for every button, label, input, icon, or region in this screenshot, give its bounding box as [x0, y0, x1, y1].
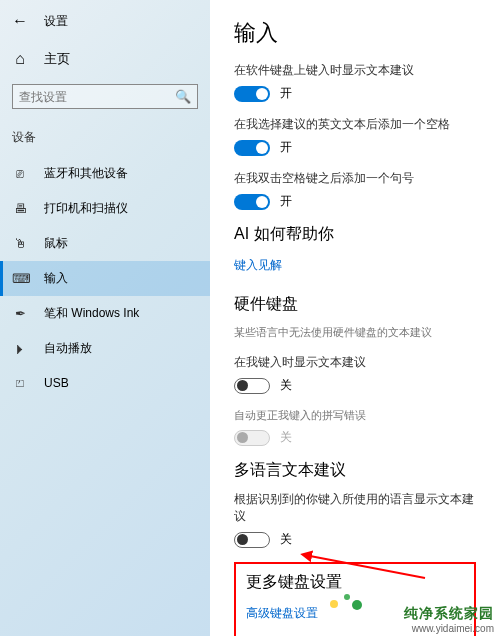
- toggle-period-doublespace[interactable]: [234, 194, 270, 210]
- section-more-keyboard: 更多键盘设置: [246, 572, 464, 593]
- toggle-hw-suggestions[interactable]: [234, 378, 270, 394]
- watermark-url: www.yidaimei.com: [404, 623, 494, 634]
- sidebar-item-label: 蓝牙和其他设备: [44, 165, 128, 182]
- sidebar-item-label: 鼠标: [44, 235, 68, 252]
- link-typing-insights[interactable]: 键入见解: [234, 257, 282, 274]
- sidebar-item-typing[interactable]: ⌨ 输入: [0, 261, 210, 296]
- sidebar-item-autoplay[interactable]: ⏵ 自动播放: [0, 331, 210, 366]
- setting-ml: 根据识别到的你键入所使用的语言显示文本建议 关: [234, 491, 476, 548]
- sidebar-item-pen[interactable]: ✒ 笔和 Windows Ink: [0, 296, 210, 331]
- toggle-state-label: 关: [280, 377, 292, 394]
- setting-space-after: 在我选择建议的英文文本后添加一个空格 开: [234, 116, 476, 156]
- printer-icon: 🖶: [12, 201, 28, 216]
- decorative-dots: [330, 592, 370, 612]
- toggle-state-label: 关: [280, 429, 292, 446]
- section-ai: AI 如何帮助你: [234, 224, 476, 245]
- bluetooth-icon: ⎚: [12, 166, 28, 181]
- link-advanced-keyboard[interactable]: 高级键盘设置: [246, 605, 318, 622]
- sidebar-item-label: 笔和 Windows Ink: [44, 305, 139, 322]
- setting-label: 自动更正我键入的拼写错误: [234, 408, 476, 423]
- page-title: 输入: [234, 18, 476, 48]
- home-nav[interactable]: ⌂ 主页: [0, 42, 210, 76]
- settings-title: 设置: [44, 13, 68, 30]
- setting-label: 根据识别到的你键入所使用的语言显示文本建议: [234, 491, 476, 525]
- search-input-box[interactable]: 🔍: [12, 84, 198, 109]
- setting-label: 在我选择建议的英文文本后添加一个空格: [234, 116, 476, 133]
- toggle-suggestions[interactable]: [234, 86, 270, 102]
- usb-icon: ⏍: [12, 375, 28, 390]
- section-header-devices: 设备: [0, 123, 210, 152]
- home-label: 主页: [44, 50, 70, 68]
- autoplay-icon: ⏵: [12, 341, 28, 356]
- setting-label: 在软件键盘上键入时显示文本建议: [234, 62, 476, 79]
- search-icon: 🔍: [175, 89, 191, 104]
- setting-suggestions: 在软件键盘上键入时显示文本建议 开: [234, 62, 476, 102]
- toggle-state-label: 关: [280, 531, 292, 548]
- toggle-state-label: 开: [280, 85, 292, 102]
- content-pane: 输入 在软件键盘上键入时显示文本建议 开 在我选择建议的英文文本后添加一个空格 …: [210, 0, 500, 636]
- toggle-ml[interactable]: [234, 532, 270, 548]
- sidebar-item-label: USB: [44, 376, 69, 390]
- home-icon: ⌂: [12, 50, 28, 68]
- setting-hw-autocorrect: 自动更正我键入的拼写错误 关: [234, 408, 476, 446]
- sidebar-item-label: 输入: [44, 270, 68, 287]
- toggle-state-label: 开: [280, 139, 292, 156]
- mouse-icon: 🖱: [12, 236, 28, 251]
- search-input[interactable]: [19, 90, 175, 104]
- sidebar-item-printers[interactable]: 🖶 打印机和扫描仪: [0, 191, 210, 226]
- toggle-space-after[interactable]: [234, 140, 270, 156]
- sidebar-item-label: 打印机和扫描仪: [44, 200, 128, 217]
- sidebar: ← 设置 ⌂ 主页 🔍 设备 ⎚ 蓝牙和其他设备 🖶 打印机和扫描仪 🖱 鼠标 …: [0, 0, 210, 636]
- sidebar-item-usb[interactable]: ⏍ USB: [0, 366, 210, 399]
- section-hardware-keyboard: 硬件键盘: [234, 294, 476, 315]
- setting-label: 在我双击空格键之后添加一个句号: [234, 170, 476, 187]
- hw-note: 某些语言中无法使用硬件键盘的文本建议: [234, 325, 476, 340]
- watermark: 纯净系统家园 www.yidaimei.com: [404, 605, 494, 634]
- setting-period-doublespace: 在我双击空格键之后添加一个句号 开: [234, 170, 476, 210]
- keyboard-icon: ⌨: [12, 271, 28, 286]
- sidebar-item-label: 自动播放: [44, 340, 92, 357]
- pen-icon: ✒: [12, 306, 28, 321]
- setting-label: 在我键入时显示文本建议: [234, 354, 476, 371]
- sidebar-item-bluetooth[interactable]: ⎚ 蓝牙和其他设备: [0, 156, 210, 191]
- section-multilingual: 多语言文本建议: [234, 460, 476, 481]
- back-button[interactable]: ←: [12, 12, 28, 30]
- sidebar-item-mouse[interactable]: 🖱 鼠标: [0, 226, 210, 261]
- toggle-state-label: 开: [280, 193, 292, 210]
- toggle-hw-autocorrect: [234, 430, 270, 446]
- setting-hw-suggestions: 在我键入时显示文本建议 关: [234, 354, 476, 394]
